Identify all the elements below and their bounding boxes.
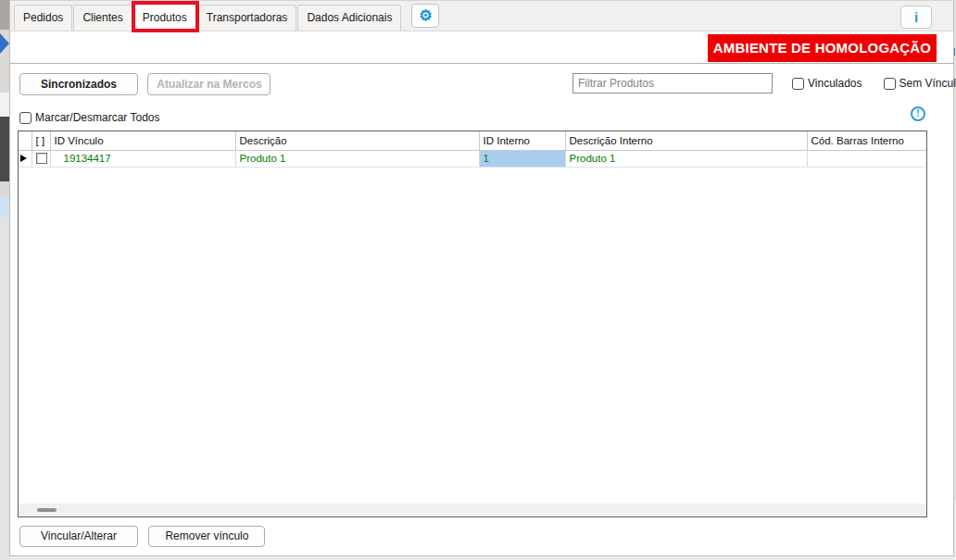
tab-bar: Pedidos Clientes Produtos Transportadora…	[10, 1, 953, 31]
tab-produtos[interactable]: Produtos	[133, 3, 196, 31]
sincronizados-button[interactable]: Sincronizados	[19, 73, 138, 95]
products-table: [ ] ID Vínculo Descrição ID Interno Desc…	[19, 131, 926, 168]
app-window: Pedidos Clientes Produtos Transportadora…	[9, 0, 954, 556]
checkbox-icon	[19, 112, 31, 124]
toolbar: Sincronizados Atualizar na Mercos Vincul…	[10, 64, 953, 105]
current-row-arrow-icon	[20, 155, 27, 162]
header-row: [ ] ID Vínculo Descrição ID Interno Desc…	[19, 131, 926, 150]
remover-vinculo-button[interactable]: Remover vínculo	[148, 526, 265, 547]
cell-descricao[interactable]: Produto 1	[235, 150, 479, 167]
background-fragment	[0, 93, 9, 117]
row-checkbox-icon[interactable]	[36, 153, 47, 164]
tab-label: Pedidos	[23, 11, 63, 24]
info-icon: i	[914, 10, 918, 24]
row-checkbox-cell[interactable]	[31, 150, 50, 167]
cell-id-interno-selected[interactable]: 1	[479, 150, 565, 167]
row-selector-cell	[19, 150, 31, 167]
tab-label: Produtos	[143, 11, 187, 24]
gear-icon: ⚙	[419, 8, 432, 23]
tab-dados-adicionais[interactable]: Dados Adicionais	[297, 5, 401, 31]
row-selector-header	[19, 131, 31, 150]
info-button[interactable]: i	[900, 6, 932, 29]
background-fragment	[0, 217, 9, 560]
vincular-alterar-button[interactable]: Vincular/Alterar	[19, 526, 138, 547]
filter-group: Vinculados Sem Vínculo	[572, 73, 956, 93]
sem-vinculo-checkbox[interactable]: Sem Vínculo	[884, 77, 956, 90]
col-header-cod-barras-interno[interactable]: Cód. Barras Interno	[807, 131, 926, 150]
grid-hscrollbar-track[interactable]	[19, 504, 926, 516]
filter-products-input[interactable]	[572, 73, 773, 93]
checkbox-icon	[792, 78, 804, 90]
background-fragment	[0, 196, 9, 217]
tab-label: Clientes	[82, 11, 122, 24]
vinculados-label: Vinculados	[808, 77, 862, 90]
tab-label: Transportadoras	[207, 11, 288, 24]
col-header-id-vinculo[interactable]: ID Vínculo	[50, 131, 235, 150]
background-logo-fragment	[0, 33, 9, 54]
select-all-checkbox[interactable]: Marcar/Desmarcar Todos	[19, 111, 159, 124]
cell-id-vinculo[interactable]: 19134417	[50, 150, 235, 167]
background-fragment	[0, 0, 9, 30]
select-all-row: Marcar/Desmarcar Todos !	[19, 108, 953, 127]
table-row[interactable]: 19134417 Produto 1 1 Produto 1	[19, 150, 926, 167]
cell-descricao-interno[interactable]: Produto 1	[565, 150, 807, 167]
tab-transportadoras[interactable]: Transportadoras	[197, 5, 297, 31]
environment-banner: AMBIENTE DE HOMOLOGAÇÃO	[708, 34, 937, 62]
select-all-label: Marcar/Desmarcar Todos	[35, 111, 159, 124]
col-header-id-interno[interactable]: ID Interno	[479, 131, 565, 150]
settings-button[interactable]: ⚙	[411, 4, 439, 28]
tab-pedidos[interactable]: Pedidos	[14, 5, 72, 31]
vinculados-checkbox[interactable]: Vinculados	[792, 77, 862, 90]
sem-vinculo-label: Sem Vínculo	[899, 77, 956, 90]
banner-row: AMBIENTE DE HOMOLOGAÇÃO	[10, 31, 953, 64]
atualizar-mercos-button[interactable]: Atualizar na Mercos	[147, 73, 270, 95]
background-window-left-fragment	[0, 0, 9, 560]
cell-cod-barras-interno[interactable]	[807, 150, 926, 167]
grid-hscrollbar-thumb[interactable]	[37, 508, 57, 512]
checkbox-icon	[884, 78, 896, 90]
footer: Vincular/Alterar Remover vínculo	[19, 526, 265, 547]
tab-clientes[interactable]: Clientes	[73, 5, 132, 31]
col-header-checkbox[interactable]: [ ]	[31, 131, 50, 150]
background-image-fragment	[0, 117, 9, 181]
warning-icon[interactable]: !	[911, 106, 925, 121]
screen: Pedidos Clientes Produtos Transportadora…	[0, 0, 956, 560]
tab-label: Dados Adicionais	[307, 11, 392, 24]
products-grid: [ ] ID Vínculo Descrição ID Interno Desc…	[18, 131, 927, 517]
col-header-descricao[interactable]: Descrição	[235, 131, 479, 150]
col-header-descricao-interno[interactable]: Descrição Interno	[565, 131, 807, 150]
